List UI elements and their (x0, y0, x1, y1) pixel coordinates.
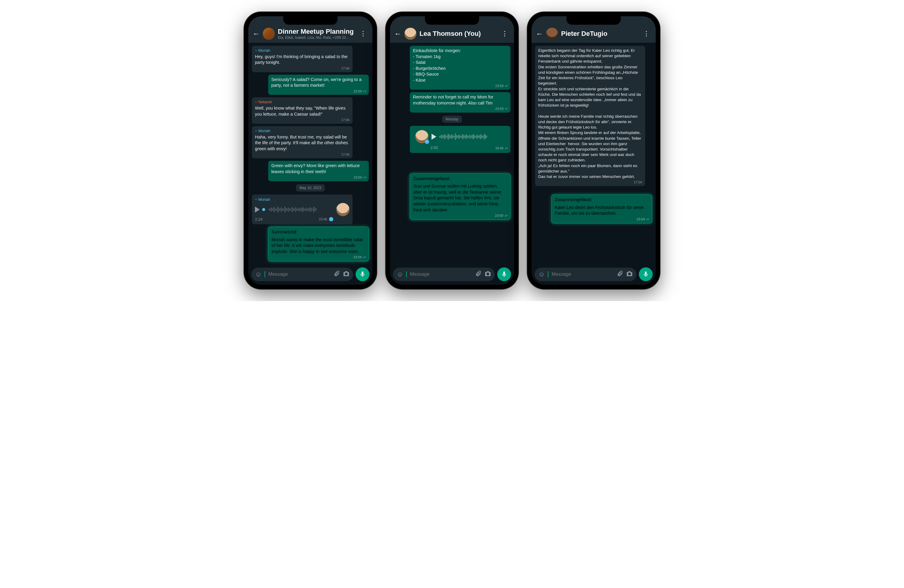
voice-duration: 2:02 (430, 145, 438, 151)
camera-icon[interactable] (343, 270, 349, 279)
chat-body[interactable]: Einkaufsliste für morgen: - Tomaten 1kg … (390, 43, 514, 265)
text-cursor (548, 271, 548, 277)
input-bar: ☺ (531, 265, 656, 285)
emoji-icon[interactable]: ☺ (397, 270, 403, 278)
voice-message-incoming[interactable]: ~ Moriah 2:24 23:46 (252, 194, 352, 224)
message-incoming[interactable]: ~ Moriah Hey, guys! I'm thinking of brin… (252, 46, 352, 72)
message-input[interactable] (552, 271, 613, 277)
menu-icon[interactable]: ⋮ (641, 30, 651, 38)
message-input[interactable] (410, 271, 472, 277)
progress-dot[interactable] (262, 208, 265, 211)
message-text: Eigentlich begann der Tag für Kater Leo … (538, 48, 642, 180)
screen: ← Dinner Meetup Planning Ela, Elliot, Is… (248, 16, 373, 285)
waveform[interactable] (269, 206, 334, 213)
message-outgoing[interactable]: Reminder to not forget to call my Mom fo… (410, 92, 510, 113)
summary-message[interactable]: Zusammengefasst: Kater Leo deckt den Frü… (552, 194, 652, 224)
waveform[interactable] (439, 133, 505, 140)
message-incoming[interactable]: ~ Netanel Well, you know what they say, … (252, 97, 352, 124)
emoji-icon[interactable]: ☺ (538, 270, 545, 278)
message-text: Haha, very funny. But trust me, my salad… (255, 134, 349, 152)
message-incoming[interactable]: ~ Moriah Haha, very funny. But trust me,… (252, 126, 352, 158)
back-icon[interactable]: ← (253, 30, 260, 38)
title-block[interactable]: Dinner Meetup Planning Ela, Elliot, Isab… (278, 28, 355, 40)
screen: ← Lea Thomson (You) ⋮ Einkaufsliste für … (390, 16, 514, 285)
date-separator: Monday (442, 116, 462, 123)
phone-mockup: ← Lea Thomson (You) ⋮ Einkaufsliste für … (386, 12, 518, 289)
sender-name: ~ Moriah (255, 197, 349, 202)
mic-button[interactable] (497, 267, 511, 281)
sender-name: ~ Moriah (255, 128, 349, 134)
chat-title: Lea Thomson (You) (419, 30, 496, 38)
read-checks-icon: ✓✓ (504, 146, 507, 150)
message-outgoing[interactable]: Green with envy? More like green with le… (268, 161, 369, 181)
sender-name: ~ Netanel (255, 99, 349, 105)
title-block[interactable]: Pieter DeTugio (561, 30, 638, 38)
attach-icon[interactable] (333, 270, 340, 279)
message-input-box[interactable]: ☺ (251, 268, 353, 281)
message-text: Seriously? A salad? Come on, we're going… (271, 77, 366, 88)
message-text: Einkaufsliste für morgen: - Tomaten 1kg … (413, 48, 507, 83)
voice-message-outgoing[interactable]: 2:02 18:45✓✓ (410, 126, 510, 153)
text-cursor (406, 271, 407, 277)
summary-title: Summarized: (272, 229, 365, 235)
avatar[interactable] (405, 28, 416, 40)
menu-icon[interactable]: ⋮ (499, 30, 510, 38)
back-icon[interactable]: ← (536, 30, 543, 38)
chat-title: Dinner Meetup Planning (278, 28, 355, 36)
summary-message[interactable]: Zusammengefasst: Susi und Gunnar wollen … (410, 173, 510, 220)
message-text: Well, you know what they say, "When life… (255, 106, 349, 117)
chat-body[interactable]: Eigentlich begann der Tag für Kater Leo … (531, 43, 656, 265)
message-incoming[interactable]: Eigentlich begann der Tag für Kater Leo … (535, 46, 645, 186)
read-checks-icon: ✓✓ (504, 107, 507, 110)
phone-mockup: ← Dinner Meetup Planning Ela, Elliot, Is… (244, 12, 377, 289)
back-icon[interactable]: ← (394, 30, 401, 38)
attach-icon[interactable] (475, 270, 482, 279)
message-time: 17:04 (255, 152, 349, 157)
message-time: 23:59 (353, 255, 362, 259)
mic-button[interactable] (356, 267, 370, 281)
play-icon[interactable] (431, 134, 436, 140)
chat-body[interactable]: ~ Moriah Hey, guys! I'm thinking of brin… (248, 43, 373, 265)
input-bar: ☺ (390, 265, 514, 285)
message-input-box[interactable]: ☺ (534, 268, 637, 281)
notch (425, 16, 479, 25)
camera-icon[interactable] (485, 270, 491, 279)
message-time: 17:04 (255, 66, 349, 71)
message-text: Hey, guys! I'm thinking of bringing a sa… (255, 54, 349, 66)
menu-icon[interactable]: ⋮ (358, 30, 368, 38)
mic-badge-icon (425, 140, 429, 144)
avatar[interactable] (263, 28, 275, 40)
notch (283, 16, 338, 25)
title-block[interactable]: Lea Thomson (You) (419, 30, 496, 38)
sender-name: ~ Moriah (255, 48, 349, 53)
read-checks-icon: ✓✓ (363, 90, 366, 93)
read-checks-icon: ✓✓ (504, 84, 507, 88)
summary-text: Kater Leo deckt den Frühstückstisch für … (555, 205, 649, 216)
message-outgoing[interactable]: Einkaufsliste für morgen: - Tomaten 1kg … (410, 46, 510, 90)
message-time: 23:54 (637, 218, 645, 221)
avatar[interactable] (546, 28, 558, 40)
mic-button[interactable] (639, 267, 653, 281)
message-time: 23:59 (354, 90, 362, 93)
play-icon[interactable] (255, 207, 260, 213)
message-time: 23:59 (354, 175, 362, 179)
camera-icon[interactable] (626, 270, 633, 279)
read-checks-icon: ✓✓ (362, 255, 365, 259)
message-outgoing[interactable]: Seriously? A salad? Come on, we're going… (268, 75, 369, 95)
emoji-icon[interactable]: ☺ (255, 270, 262, 278)
message-text: Reminder to not forget to call my Mom fo… (413, 94, 507, 106)
message-time: 23:59 (495, 214, 503, 218)
screen: ← Pieter DeTugio ⋮ Eigentlich begann der… (531, 16, 656, 285)
voice-time: 23:46 (319, 217, 327, 222)
input-bar: ☺ (248, 265, 373, 285)
attach-icon[interactable] (616, 270, 623, 279)
chat-title: Pieter DeTugio (561, 30, 638, 38)
text-cursor (265, 271, 265, 277)
read-checks-icon: ✓✓ (363, 175, 366, 179)
chat-subtitle: Ela, Elliot, Isabell, Liza, Mo, Rafa, +2… (278, 36, 355, 40)
summary-message[interactable]: Summarized: Moriah wants to make the mos… (268, 227, 369, 261)
phone-mockup: ← Pieter DeTugio ⋮ Eigentlich begann der… (527, 12, 660, 289)
read-checks-icon: ✓✓ (504, 214, 507, 218)
message-input[interactable] (268, 271, 330, 277)
message-input-box[interactable]: ☺ (393, 268, 495, 281)
